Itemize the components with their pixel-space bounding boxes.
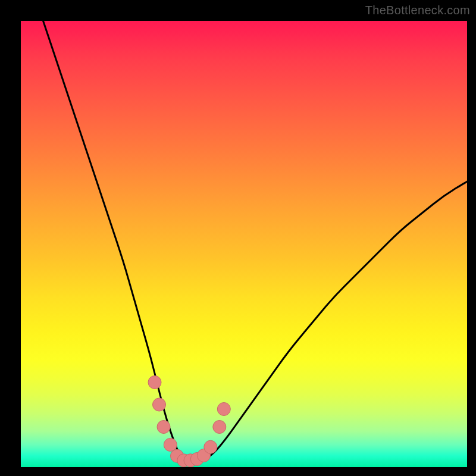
chart-svg (21, 21, 467, 467)
curve-markers (148, 376, 230, 467)
curve-marker (157, 421, 170, 434)
curve-marker (213, 421, 226, 434)
plot-area (21, 21, 467, 467)
bottleneck-curve (43, 21, 468, 461)
curve-marker (148, 376, 161, 389)
curve-marker (217, 403, 230, 416)
curve-marker (153, 398, 166, 411)
curve-marker (164, 439, 177, 452)
curve-marker (204, 440, 217, 453)
chart-frame: TheBottleneck.com (0, 0, 476, 476)
watermark-text: TheBottleneck.com (365, 4, 470, 17)
